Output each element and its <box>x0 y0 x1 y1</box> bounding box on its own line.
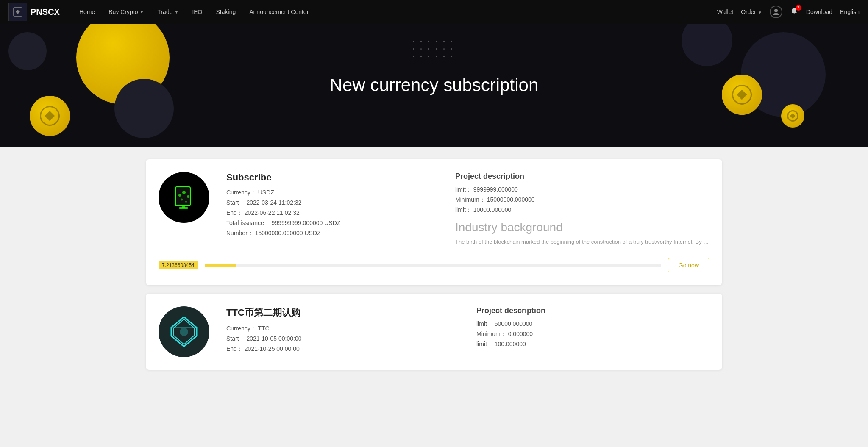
nav-buy-crypto[interactable]: Buy Crypto ▼ <box>102 0 150 24</box>
nav-trade[interactable]: Trade ▼ <box>150 0 185 24</box>
svg-point-1 <box>774 9 778 12</box>
coin-diamond-sm-right <box>790 113 795 118</box>
svg-point-8 <box>185 201 187 203</box>
usdz-go-now-button[interactable]: Go now <box>668 258 709 272</box>
nav-ieo[interactable]: IEO <box>185 0 209 24</box>
ttc-end-row: End： 2021-10-25 00:00:00 <box>226 345 459 353</box>
usdz-number-row: Number： 15000000.000000 USDZ <box>226 230 438 237</box>
coin-diamond-left <box>45 111 55 121</box>
nav-home[interactable]: Home <box>72 0 102 24</box>
ieo-card-usdz: Subscribe Currency： USDZ Start： 2022-03-… <box>146 159 722 285</box>
deco-circle-dark-4 <box>682 24 732 66</box>
svg-point-13 <box>180 328 188 336</box>
usdz-project-title: Project description <box>455 172 709 181</box>
usdz-industry-title: Industry background <box>455 221 709 234</box>
nav-right: Wallet Order ▼ 7 Download English <box>717 6 860 18</box>
logo-box <box>8 3 27 21</box>
deco-circle-yellow-right <box>722 75 762 115</box>
usdz-card-bottom: 7.2136608454 Go now <box>159 258 709 272</box>
usdz-progress-fill <box>205 264 236 267</box>
ttc-minimum-row: Minimum： 0.000000 <box>476 330 709 338</box>
nav-order[interactable]: Order ▼ <box>741 8 762 15</box>
usdz-logo <box>159 172 209 223</box>
avatar[interactable] <box>770 6 782 18</box>
coin-diamond-right <box>737 90 747 100</box>
usdz-industry-desc: The birth of the blockchain marked the b… <box>455 238 709 246</box>
usdz-subscribe-title: Subscribe <box>226 172 438 183</box>
svg-point-6 <box>187 195 189 198</box>
logo-text: PNSCX <box>31 7 60 17</box>
nav-links: Home Buy Crypto ▼ Trade ▼ IEO Staking An… <box>72 0 717 24</box>
nav-staking[interactable]: Staking <box>209 0 243 24</box>
nav-language[interactable]: English <box>840 8 860 15</box>
nav-announcement[interactable]: Announcement Center <box>242 0 315 24</box>
deco-circle-dark-1 <box>8 32 47 70</box>
card-top-usdz: Subscribe Currency： USDZ Start： 2022-03-… <box>159 172 709 246</box>
usdz-progress-label: 7.2136608454 <box>159 261 198 269</box>
usdz-minimum-row: Minimum： 15000000.000000 <box>455 196 709 204</box>
ttc-project: Project description limit： 50000.000000 … <box>476 306 709 357</box>
usdz-total-row: Total issuance： 999999999.000000 USDZ <box>226 219 438 227</box>
svg-point-7 <box>181 199 183 201</box>
ttc-limit1-row: limit： 50000.000000 <box>476 320 709 328</box>
nav-wallet[interactable]: Wallet <box>717 8 733 15</box>
usdz-currency-row: Currency： USDZ <box>226 189 438 197</box>
notification-bell[interactable]: 7 <box>790 7 798 17</box>
notification-count: 7 <box>796 5 801 11</box>
svg-rect-10 <box>179 207 188 209</box>
logo[interactable]: PNSCX <box>8 3 60 21</box>
ieo-card-ttc: TTC币第二期认购 Currency： TTC Start： 2021-10-0… <box>146 294 722 370</box>
main-content: Subscribe Currency： USDZ Start： 2022-03-… <box>129 159 739 370</box>
nav-download[interactable]: Download <box>806 8 832 15</box>
ttc-info: TTC币第二期认购 Currency： TTC Start： 2021-10-0… <box>226 306 459 357</box>
ttc-start-row: Start： 2021-10-05 00:00:00 <box>226 335 459 343</box>
deco-circle-yellow-small-left <box>30 96 70 136</box>
usdz-project: Project description limit： 9999999.00000… <box>455 172 709 246</box>
usdz-end-row: End： 2022-06-22 11:02:32 <box>226 209 438 217</box>
usdz-limit2-row: limit： 10000.000000 <box>455 206 709 214</box>
svg-point-5 <box>182 191 186 194</box>
coin-inner-sm-right <box>787 110 799 122</box>
usdz-progress-bar <box>205 264 661 267</box>
deco-circle-yellow-small-right <box>781 104 804 128</box>
ttc-logo <box>159 306 209 357</box>
hero-dots <box>413 41 455 60</box>
hero-banner: New currency subscription <box>0 24 868 147</box>
buy-crypto-arrow: ▼ <box>140 10 144 14</box>
usdz-start-row: Start： 2022-03-24 11:02:32 <box>226 199 438 207</box>
card-top-ttc: TTC币第二期认购 Currency： TTC Start： 2021-10-0… <box>159 306 709 357</box>
coin-inner-left <box>40 106 60 126</box>
ttc-currency-row: Currency： TTC <box>226 325 459 333</box>
ttc-limit2-row: limit： 100.000000 <box>476 341 709 348</box>
ttc-subscribe-title: TTC币第二期认购 <box>226 306 459 319</box>
trade-arrow: ▼ <box>174 10 178 14</box>
deco-circle-dark-2 <box>114 79 174 138</box>
order-arrow: ▼ <box>758 10 762 15</box>
hero-title: New currency subscription <box>330 75 539 95</box>
coin-inner-right <box>732 85 752 105</box>
usdz-info: Subscribe Currency： USDZ Start： 2022-03-… <box>226 172 438 246</box>
ttc-project-title: Project description <box>476 306 709 315</box>
navbar: PNSCX Home Buy Crypto ▼ Trade ▼ IEO Stak… <box>0 0 868 24</box>
svg-point-4 <box>178 194 181 197</box>
usdz-limit1-row: limit： 9999999.000000 <box>455 186 709 194</box>
